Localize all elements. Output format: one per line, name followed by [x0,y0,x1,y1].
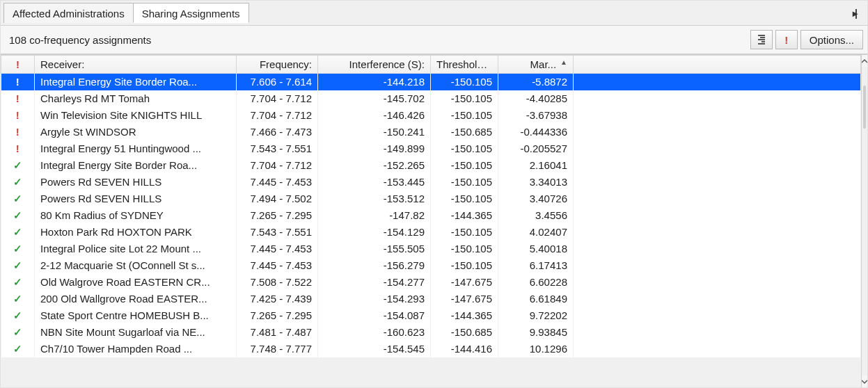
table-row[interactable]: ✓State Sport Centre HOMEBUSH B...7.265 -… [1,307,861,324]
status-icon: ! [12,76,23,88]
cell-interference: -154.087 [318,307,431,324]
cell-threshold: -150.105 [431,191,498,207]
table-row[interactable]: ✓200 Old Wallgrove Road EASTER...7.425 -… [1,291,861,307]
cell-margin: 10.1296 [498,341,574,357]
cell-receiver: Integral Police site Lot 22 Mount ... [35,241,237,257]
cell-margin: -4.40285 [498,90,574,107]
cell-receiver: Powers Rd SEVEN HILLS [35,174,237,191]
options-button-label: Options... [810,34,854,46]
table-row[interactable]: ✓80 Km Radius of SYDNEY7.265 - 7.295-147… [1,207,861,224]
options-button[interactable]: Options... [800,30,863,49]
cell-receiver: Charleys Rd MT Tomah [35,90,237,107]
cell-interference: -154.545 [318,341,431,357]
cell-margin: 3.4556 [498,207,574,224]
cell-frequency: 7.543 - 7.551 [237,140,318,157]
cell-margin: 6.61849 [498,291,574,307]
tab-sharing-assignments[interactable]: Sharing Assignments [133,3,249,23]
table-row[interactable]: ✓Powers Rd SEVEN HILLS7.445 - 7.453-153.… [1,174,861,191]
table-row[interactable]: !Charleys Rd MT Tomah7.704 - 7.712-145.7… [1,90,861,107]
cell-interference: -145.702 [318,90,431,107]
exclamation-icon: ! [16,58,19,70]
table-row[interactable]: ✓Integral Police site Lot 22 Mount ...7.… [1,241,861,257]
col-frequency[interactable]: Frequency: [237,56,318,74]
scroll-up-button[interactable] [862,55,867,67]
status-icon: ! [12,126,23,138]
status-icon: ✓ [12,226,23,239]
cell-interference: -160.623 [318,324,431,341]
col-margin[interactable]: Mar... ▲ [498,56,574,74]
cell-interference: -150.241 [318,124,431,140]
cell-threshold: -150.685 [431,124,498,140]
cell-frequency: 7.543 - 7.551 [237,224,318,241]
cell-frequency: 7.265 - 7.295 [237,207,318,224]
cell-frequency: 7.606 - 7.614 [237,74,318,90]
cell-receiver: Ch7/10 Tower Hampden Road ... [35,341,237,357]
cell-frequency: 7.481 - 7.487 [237,324,318,341]
cell-receiver: 80 Km Radius of SYDNEY [35,207,237,224]
scroll-track[interactable] [862,67,867,375]
cell-margin: 6.60228 [498,274,574,291]
cell-interference: -154.277 [318,274,431,291]
status-icon: ✓ [12,259,23,272]
table-row[interactable]: !Integral Energy Site Border Roa...7.606… [1,74,861,90]
status-icon: ✓ [12,159,23,172]
filter-errors-button[interactable]: ! [775,30,798,49]
scroll-thumb[interactable] [863,86,866,129]
cell-receiver: State Sport Centre HOMEBUSH B... [35,307,237,324]
cell-interference: -144.218 [318,74,431,90]
table-row[interactable]: ✓NBN Site Mount Sugarloaf via NE...7.481… [1,324,861,341]
cell-interference: -147.82 [318,207,431,224]
status-icon: ✓ [12,343,23,355]
scroll-down-button[interactable] [862,375,867,387]
cell-frequency: 7.704 - 7.712 [237,107,318,124]
cell-threshold: -150.105 [431,90,498,107]
cell-receiver: Hoxton Park Rd HOXTON PARK [35,224,237,241]
table-row[interactable]: !Argyle St WINDSOR7.466 - 7.473-150.241-… [1,124,861,140]
cell-threshold: -150.105 [431,224,498,241]
cell-receiver: 200 Old Wallgrove Road EASTER... [35,291,237,307]
cell-threshold: -147.675 [431,274,498,291]
cell-margin: 4.02407 [498,224,574,241]
tab-overflow-button[interactable]: ▸| [850,6,863,20]
cell-margin: -3.67938 [498,107,574,124]
grid-area: ! Receiver: Frequency: Interference (S):… [1,54,867,387]
table-row[interactable]: ✓Hoxton Park Rd HOXTON PARK7.543 - 7.551… [1,224,861,241]
col-status[interactable]: ! [1,56,35,74]
status-icon: ✓ [12,176,23,188]
table-row[interactable]: !Win Television Site KNIGHTS HILL7.704 -… [1,107,861,124]
table-row[interactable]: ✓Old Walgrove Road EASTERN CR...7.508 - … [1,274,861,291]
cell-threshold: -150.105 [431,74,498,90]
cell-interference: -149.899 [318,140,431,157]
align-icon [758,35,765,45]
status-icon: ✓ [12,209,23,222]
status-icon: ✓ [12,309,23,322]
table-row[interactable]: ✓Integral Energy Site Border Roa...7.704… [1,157,861,174]
align-button[interactable] [750,30,773,49]
cell-threshold: -150.105 [431,241,498,257]
cell-margin: 9.93845 [498,324,574,341]
cell-interference: -156.279 [318,257,431,274]
tabbar: Affected AdministrationsSharing Assignme… [1,1,867,26]
col-threshold[interactable]: Threshold (S): [431,56,498,74]
cell-frequency: 7.265 - 7.295 [237,307,318,324]
table-row[interactable]: ✓2-12 Macquarie St (OConnell St s...7.44… [1,257,861,274]
cell-receiver: Win Television Site KNIGHTS HILL [35,107,237,124]
cell-margin: 6.17413 [498,257,574,274]
chevron-down-icon [862,379,867,385]
cell-frequency: 7.704 - 7.712 [237,90,318,107]
status-icon: ✓ [12,193,23,205]
table-row[interactable]: ✓Ch7/10 Tower Hampden Road ...7.748 - 7.… [1,341,861,357]
vertical-scrollbar[interactable] [861,55,867,387]
col-interference[interactable]: Interference (S): [318,56,431,74]
cell-threshold: -150.105 [431,107,498,124]
col-receiver[interactable]: Receiver: [35,56,237,74]
tab-affected-administrations[interactable]: Affected Administrations [3,3,134,23]
cell-margin: 5.40018 [498,241,574,257]
cell-frequency: 7.445 - 7.453 [237,241,318,257]
cell-receiver: 2-12 Macquarie St (OConnell St s... [35,257,237,274]
cell-interference: -146.426 [318,107,431,124]
table-row[interactable]: !Integral Energy 51 Huntingwood ...7.543… [1,140,861,157]
cell-receiver: Argyle St WINDSOR [35,124,237,140]
cell-frequency: 7.508 - 7.522 [237,274,318,291]
table-row[interactable]: ✓Powers Rd SEVEN HILLS7.494 - 7.502-153.… [1,191,861,207]
